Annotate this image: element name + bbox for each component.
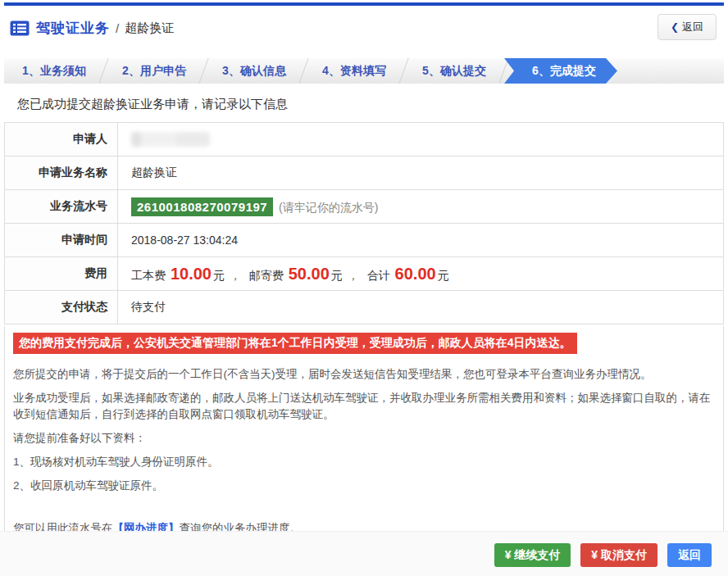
license-list-icon (10, 20, 30, 36)
pay-status-label: 支付状态 (5, 291, 118, 324)
step-6-submit-complete-active: 6、完成提交 (504, 58, 617, 84)
back-button[interactable]: ❮ 返回 (657, 14, 717, 40)
continue-payment-button[interactable]: ¥ 继续支付 (494, 543, 571, 567)
success-message: 您已成功提交超龄换证业务申请，请记录以下信息 (4, 97, 724, 112)
serial-value-cell: 261001808270079197 (请牢记你的流水号) (118, 190, 724, 224)
fee-unit-3: 元 (438, 269, 449, 282)
step-2-user-declaration: 2、用户申告 (104, 58, 204, 84)
applicant-name-redacted (131, 132, 210, 147)
fee-comma-2: ， (348, 269, 359, 282)
fee-comma-1: ， (230, 269, 241, 282)
business-name-label: 申请业务名称 (5, 156, 118, 190)
table-row-serial: 业务流水号 261001808270079197 (请牢记你的流水号) (5, 190, 724, 224)
pay-status-value: 待支付 (118, 291, 724, 324)
fee-label: 费用 (5, 257, 118, 291)
page-header: 驾驶证业务 / 超龄换证 ❮ 返回 (0, 6, 728, 51)
notice-paragraph-3: 请您提前准备好以下资料： (13, 430, 715, 447)
serial-label: 业务流水号 (5, 190, 118, 224)
applicant-label: 申请人 (5, 123, 118, 156)
step-1-business-notice: 1、业务须知 (4, 58, 104, 84)
wizard-steps: 1、业务须知 2、用户申告 3、确认信息 4、资料填写 5、确认提交 6、完成提… (4, 58, 724, 84)
serial-hint: (请牢记你的流水号) (279, 201, 378, 214)
back-button-label: 返回 (682, 20, 703, 34)
step-3-confirm-info: 3、确认信息 (204, 58, 304, 84)
breadcrumb-current: 超龄换证 (125, 20, 174, 36)
table-row-business-name: 申请业务名称 超龄换证 (5, 156, 724, 190)
cancel-payment-button[interactable]: ¥ 取消支付 (580, 543, 657, 567)
return-button[interactable]: 返回 (667, 543, 712, 567)
table-row-apply-time: 申请时间 2018-08-27 13:04:24 (5, 224, 724, 257)
fee-unit-1: 元 (213, 269, 225, 282)
apply-time-value: 2018-08-27 13:04:24 (118, 224, 724, 257)
breadcrumb-separator: / (116, 21, 119, 35)
step-5-confirm-submit: 5、确认提交 (404, 58, 504, 84)
page: 驾驶证业务 / 超龄换证 ❮ 返回 1、业务须知 2、用户申告 3、确认信息 4… (0, 2, 728, 576)
fee-item2-label: 邮寄费 (249, 269, 284, 282)
fee-item1-label: 工本费 (131, 269, 166, 282)
table-row-applicant: 申请人 (5, 123, 724, 156)
steps-filler (617, 58, 724, 84)
fee-total-label: 合计 (367, 269, 390, 282)
notice-list-item-1: 1、现场核对机动车驾驶人身份证明原件。 (13, 454, 715, 470)
step-4-fill-materials: 4、资料填写 (304, 58, 404, 84)
fee-unit-2: 元 (331, 269, 343, 282)
notice-list-item-2: 2、收回原机动车驾驶证原件。 (13, 478, 715, 494)
table-row-fee: 费用 工本费 10.00元， 邮寄费 50.00元， 合计 60.00元 (5, 257, 724, 291)
fee-item2-amount: 50.00 (289, 265, 330, 283)
fee-value-cell: 工本费 10.00元， 邮寄费 50.00元， 合计 60.00元 (118, 257, 724, 291)
serial-number-badge: 261001808270079197 (131, 197, 273, 216)
action-footer: ¥ 继续支付 ¥ 取消支付 返回 (0, 531, 728, 576)
notice-paragraph-1: 您所提交的申请，将于提交后的一个工作日(不含当天)受理，届时会发送短信告知受理结… (13, 366, 715, 383)
notice-paragraph-2: 业务成功受理后，如果选择邮政寄递的，邮政人员将上门送达机动车驾驶证，并收取办理业… (13, 390, 715, 423)
notice-panel: 您的费用支付完成后，公安机关交通管理部门将在1个工作日内受理，受理成功后，邮政人… (4, 326, 724, 549)
table-row-pay-status: 支付状态 待支付 (5, 291, 724, 324)
applicant-value-cell (118, 123, 724, 156)
page-title: 驾驶证业务 (36, 19, 110, 38)
payment-warning-banner: 您的费用支付完成后，公安机关交通管理部门将在1个工作日内受理，受理成功后，邮政人… (13, 333, 577, 354)
apply-time-label: 申请时间 (5, 224, 118, 257)
fee-total-amount: 60.00 (395, 265, 436, 283)
chevron-left-icon: ❮ (671, 21, 679, 33)
application-info-table: 申请人 申请业务名称 超龄换证 业务流水号 261001808270079197… (4, 122, 724, 324)
business-name-value: 超龄换证 (118, 156, 724, 190)
fee-item1-amount: 10.00 (171, 265, 212, 283)
